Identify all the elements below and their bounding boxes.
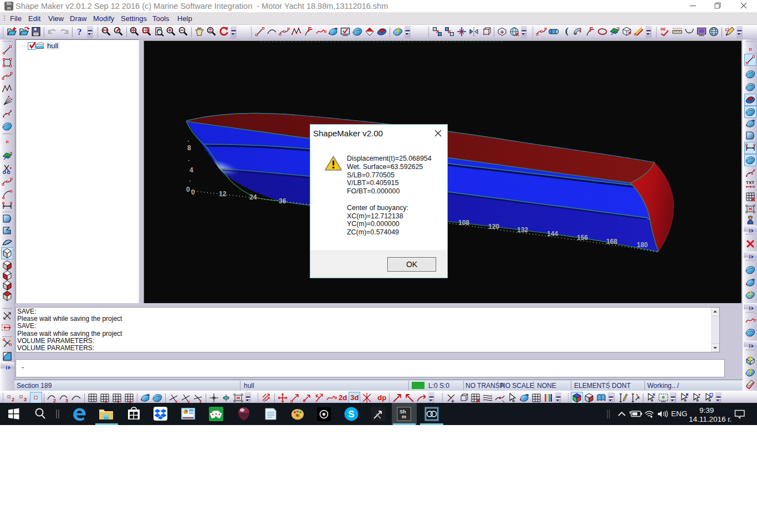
svg-text:108: 108 [458, 219, 469, 227]
svg-text:0: 0 [191, 188, 195, 196]
svg-text:12: 12 [219, 190, 227, 198]
svg-text:144: 144 [547, 230, 558, 238]
svg-text:36: 36 [279, 197, 287, 205]
svg-text:156: 156 [577, 234, 588, 242]
svg-text:m: m [402, 414, 406, 420]
svg-text:S: S [348, 409, 354, 420]
svg-text:180: 180 [637, 241, 648, 249]
svg-text:132: 132 [517, 226, 528, 234]
svg-text:8: 8 [187, 144, 191, 152]
svg-text:168: 168 [606, 238, 617, 245]
svg-text:24: 24 [249, 193, 257, 201]
svg-text:120: 120 [488, 223, 499, 231]
svg-text:4: 4 [190, 166, 193, 174]
svg-text:0: 0 [186, 186, 190, 193]
